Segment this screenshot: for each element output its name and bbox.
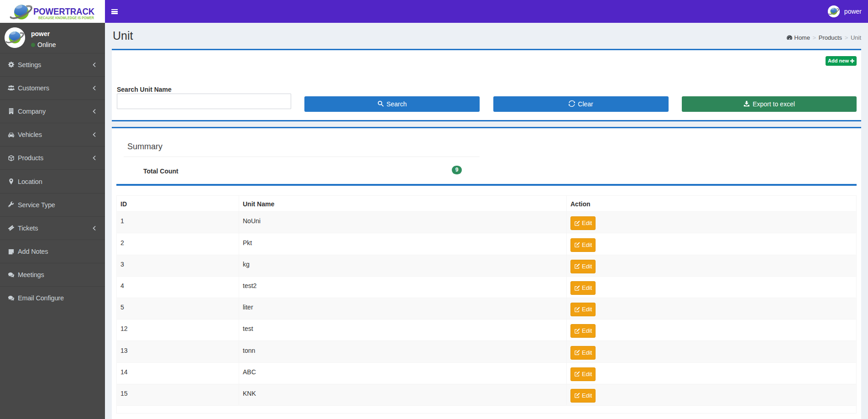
svg-text:BECAUSE KNOWLEDGE IS POWER: BECAUSE KNOWLEDGE IS POWER <box>38 16 94 20</box>
